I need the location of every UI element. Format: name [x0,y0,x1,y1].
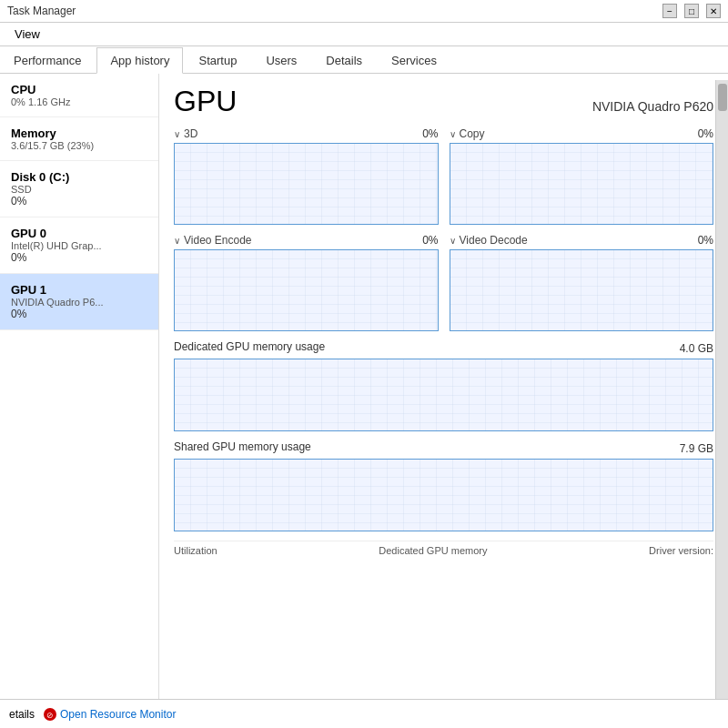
resource-icon-svg: ⊘ [44,708,56,721]
close-button[interactable]: ✕ [706,4,721,18]
shared-memory-chart [174,459,713,531]
col-driver-version: Driver version: [649,545,713,556]
sidebar-memory-label: Memory [11,126,147,140]
sidebar-gpu0-usage: 0% [11,251,147,264]
tab-details[interactable]: Details [312,47,376,73]
chart-3d-pct: 0% [422,127,438,140]
svg-rect-11 [175,460,713,531]
tab-users[interactable]: Users [252,47,310,73]
chart-3d-left: ∨ 3D [174,127,197,140]
gpu-title: GPU [174,85,237,118]
svg-rect-1 [175,144,438,224]
tab-performance[interactable]: Performance [0,47,95,73]
resource-monitor-label: Open Resource Monitor [60,708,176,721]
chart-encode-left: ∨ Video Encode [174,234,252,247]
chevron-copy-icon: ∨ [450,129,456,139]
scrollbar[interactable] [715,80,728,699]
sidebar: CPU 0% 1.16 GHz Memory 3.6/15.7 GB (23%)… [0,74,159,722]
chart-3d-label-row: ∨ 3D 0% [174,127,439,140]
chart-decode-left: ∨ Video Decode [450,234,528,247]
tab-bar: Performance App history Startup Users De… [0,46,728,74]
svg-rect-5 [175,250,438,330]
chart-decode-box [450,249,714,331]
sidebar-gpu0-label: GPU 0 [11,227,147,240]
shared-memory-value: 7.9 GB [680,442,713,455]
charts-row-1: ∨ 3D 0% [174,127,713,225]
svg-rect-7 [450,250,713,330]
shared-memory-grid [175,460,713,531]
chevron-3d-icon: ∨ [174,129,180,139]
charts-row-2: ∨ Video Encode 0% ∨ Video Decode [174,234,713,331]
sidebar-cpu-sub: 0% 1.16 GHz [11,96,147,107]
sidebar-item-gpu1[interactable]: GPU 1 NVIDIA Quadro P6... 0% [0,274,158,330]
window-controls: − □ ✕ [662,4,721,18]
sidebar-gpu1-usage: 0% [11,308,147,320]
sidebar-memory-sub: 3.6/15.7 GB (23%) [11,140,147,151]
svg-rect-3 [450,144,713,224]
sidebar-cpu-label: CPU [11,83,147,96]
minimize-button[interactable]: − [662,4,677,18]
maximize-button[interactable]: □ [684,4,699,18]
chart-encode-grid [175,250,438,330]
bottom-details-tab[interactable]: etails [9,708,35,721]
resource-monitor-icon: ⊘ [44,708,56,721]
sidebar-disk-type: SSD [11,184,147,195]
title-bar: Task Manager − □ ✕ [0,0,728,23]
col-utilization: Utilization [174,545,217,556]
dedicated-memory-grid [175,359,713,430]
chart-video-decode: ∨ Video Decode 0% [450,234,714,331]
tab-startup[interactable]: Startup [185,47,250,73]
bottom-bar: etails ⊘ Open Resource Monitor [0,699,728,728]
main-area: CPU 0% 1.16 GHz Memory 3.6/15.7 GB (23%)… [0,74,728,722]
sidebar-disk-usage: 0% [11,195,147,207]
chart-decode-grid [450,250,713,330]
window-title: Task Manager [7,5,76,17]
chart-3d-box [174,143,439,225]
chart-decode-pct: 0% [698,234,713,247]
chart-copy-label-row: ∨ Copy 0% [450,127,714,140]
shared-memory-section: Shared GPU memory usage 7.9 GB [174,440,713,531]
chevron-decode-icon: ∨ [450,236,456,246]
svg-rect-9 [175,359,713,430]
gpu-model: NVIDIA Quadro P620 [592,99,713,114]
chart-encode-pct: 0% [422,234,438,247]
chevron-encode-icon: ∨ [174,236,180,246]
chart-copy-box [450,143,714,225]
scroll-thumb[interactable] [718,84,727,111]
sidebar-gpu1-label: GPU 1 [11,283,147,297]
column-headers: Utilization Dedicated GPU memory Driver … [174,541,713,560]
chart-decode-label-row: ∨ Video Decode 0% [450,234,714,247]
gpu-header: GPU NVIDIA Quadro P620 [174,85,713,118]
chart-encode-label: Video Encode [184,234,252,247]
chart-copy-grid [450,144,713,224]
sidebar-item-cpu[interactable]: CPU 0% 1.16 GHz [0,74,158,117]
open-resource-monitor-link[interactable]: ⊘ Open Resource Monitor [44,708,176,721]
svg-text:⊘: ⊘ [46,711,54,720]
chart-copy: ∨ Copy 0% [450,127,714,225]
chart-encode-box [174,249,439,331]
sidebar-item-gpu0[interactable]: GPU 0 Intel(R) UHD Grap... 0% [0,217,158,274]
chart-copy-pct: 0% [698,127,713,140]
sidebar-gpu1-model: NVIDIA Quadro P6... [11,297,147,308]
chart-decode-label: Video Decode [460,234,528,247]
chart-3d-grid [175,144,438,224]
content-area: GPU NVIDIA Quadro P620 ∨ 3D 0% [159,74,728,722]
col-dedicated-memory: Dedicated GPU memory [379,545,487,556]
chart-copy-left: ∨ Copy [450,127,485,140]
dedicated-memory-section: Dedicated GPU memory usage 4.0 GB [174,340,713,431]
chart-3d-label: 3D [184,127,197,140]
shared-memory-header: Shared GPU memory usage 7.9 GB [174,440,713,456]
tab-app-history[interactable]: App history [96,47,183,74]
sidebar-item-memory[interactable]: Memory 3.6/15.7 GB (23%) [0,117,158,161]
chart-copy-label: Copy [460,127,485,140]
dedicated-memory-label: Dedicated GPU memory usage [174,340,325,353]
menu-view[interactable]: View [7,25,47,43]
chart-video-encode: ∨ Video Encode 0% [174,234,439,331]
dedicated-memory-value: 4.0 GB [680,342,713,355]
sidebar-item-disk[interactable]: Disk 0 (C:) SSD 0% [0,161,158,217]
chart-encode-label-row: ∨ Video Encode 0% [174,234,439,247]
dedicated-memory-header: Dedicated GPU memory usage 4.0 GB [174,340,713,356]
tab-services[interactable]: Services [378,47,450,73]
chart-3d: ∨ 3D 0% [174,127,439,225]
sidebar-gpu0-model: Intel(R) UHD Grap... [11,240,147,251]
